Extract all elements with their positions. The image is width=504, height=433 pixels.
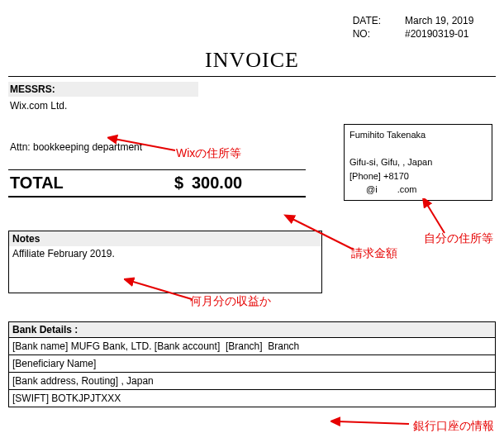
bank-row-2: [Beneficiary Name] — [9, 354, 495, 372]
messrs-block: MESSRS: Wix.com Ltd. Attn: bookkeeping d… — [8, 82, 198, 155]
annotation-amount: 請求金額 — [351, 246, 397, 261]
bank-details-block: Bank Details : [Bank name] MUFG Bank, LT… — [8, 321, 496, 407]
no-value: #20190319-01 — [405, 28, 487, 40]
notes-block: Notes Affiliate February 2019. — [8, 231, 322, 293]
header-meta: DATE: March 19, 2019 NO: #20190319-01 — [8, 15, 487, 40]
sender-city: Gifu-si, Gifu, , Japan — [349, 155, 487, 169]
messrs-attn: Attn: bookkeeping department — [8, 140, 198, 155]
invoice-title: INVOICE — [8, 48, 496, 73]
annotation-bank-info: 銀行口座の情報 — [413, 419, 494, 433]
no-label: NO: — [353, 28, 402, 40]
sender-box: Fumihito Takenaka Gifu-si, Gifu, , Japan… — [344, 124, 492, 201]
date-value: March 19, 2019 — [405, 15, 487, 26]
svg-line-4 — [337, 421, 409, 424]
sender-phone: [Phone] +8170 — [349, 169, 487, 183]
total-row: TOTAL $ 300.00 — [8, 169, 306, 197]
bank-row-1: [Bank name] MUFG Bank, LTD. [Bank accoun… — [9, 337, 495, 354]
annotation-month: 何月分の収益か — [190, 294, 271, 309]
notes-body: Affiliate February 2019. — [9, 246, 321, 293]
bank-header: Bank Details : — [9, 322, 495, 337]
total-amount: 300.00 — [192, 174, 304, 193]
total-label: TOTAL — [10, 174, 93, 193]
title-divider — [8, 76, 496, 77]
notes-header: Notes — [9, 231, 321, 246]
bank-row-3: [Bank address, Routing] , Japan — [9, 372, 495, 389]
sender-name: Fumihito Takenaka — [349, 128, 487, 142]
svg-line-1 — [426, 203, 445, 233]
messrs-header: MESSRS: — [8, 82, 198, 97]
annotation-own-address: 自分の住所等 — [424, 231, 493, 246]
bank-row-4: [SWIFT] BOTKJPJTXXX — [9, 389, 495, 407]
date-label: DATE: — [353, 15, 402, 26]
sender-email: @i .com — [349, 183, 487, 197]
total-currency: $ — [93, 174, 192, 193]
arrow-icon — [411, 198, 461, 240]
messrs-company: Wix.com Ltd. — [8, 98, 198, 113]
arrow-icon — [330, 412, 413, 430]
